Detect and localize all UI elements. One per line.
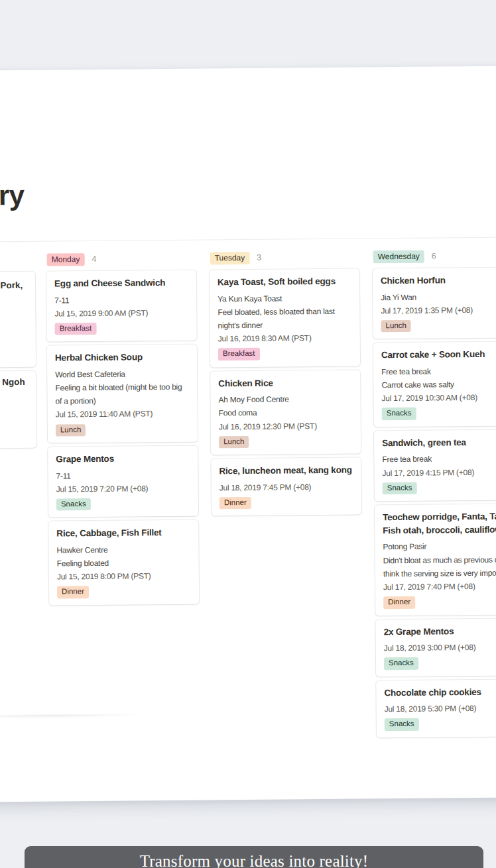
column-header-monday: Monday4 — [47, 252, 196, 266]
card-title: Fish otah, broccoli, cauliflower — [383, 523, 496, 537]
card-date: Jul 18, 2019 7:45 PM (+08) — [219, 480, 353, 494]
template-preview-page: { "page": { "title_visible_fragment": "r… — [0, 0, 496, 868]
card-title: 2x Grape Mentos — [384, 624, 496, 638]
kanban-card[interactable]: Carrot cake + Soon KuehFree tea breakCar… — [373, 342, 496, 427]
card-note: Carrot cake was salty — [381, 378, 496, 392]
card-note: Feeling bloated — [57, 556, 191, 570]
card-note: 7-11 — [54, 292, 188, 307]
kanban-card[interactable]: Chicken RiceAh Moy Food CentreFood comaJ… — [210, 370, 361, 455]
card-date: Jul 17, 2019 7:40 PM (+08) — [383, 579, 496, 594]
meal-tag-chip: Breakfast — [55, 323, 97, 335]
card-date: Jul 17, 2019 4:15 PM (+08) — [382, 465, 496, 480]
card-note: Didn't bloat as much as previous da — [383, 553, 496, 567]
card-title: Egg and Cheese Sandwich — [54, 276, 188, 290]
meal-tag-chip: Lunch — [219, 436, 249, 449]
page-title: ry — [0, 179, 25, 213]
card-title: Rice, luncheon meat, kang kong — [219, 464, 353, 478]
meal-tag-chip: Lunch — [381, 320, 412, 333]
kanban-card[interactable]: Chicken HorfunJia Yi WanJul 17, 2019 1:3… — [373, 267, 496, 339]
card-date: Jul 17, 2019 10:30 AM (+08) — [381, 391, 496, 406]
board-column-monday: Monday4Egg and Cheese Sandwich7-11Jul 15… — [46, 252, 200, 610]
meal-tag-chip: Snacks — [382, 407, 416, 420]
card-note: Free tea break — [381, 364, 496, 378]
card-note: Food coma — [219, 406, 353, 420]
kanban-card[interactable]: Egg and Cheese Sandwich7-11Jul 15, 2019 … — [46, 270, 197, 342]
card-title: Chicken Rice — [218, 376, 352, 390]
kanban-card[interactable]: 2x Grape MentosJul 18, 2019 3:00 PM (+08… — [375, 618, 496, 677]
card-date: Jul 16, 2019 8:30 AM (PST) — [218, 331, 352, 346]
kanban-card[interactable]: Herbal Chicken SoupWorld Best CafeteriaF… — [47, 345, 198, 443]
card-title: Chocolate chip cookies — [384, 685, 496, 699]
meal-tag-chip: Snacks — [385, 718, 419, 731]
kanban-card[interactable]: Grape Mentos7-11Jul 15, 2019 7:20 PM (+0… — [48, 446, 198, 517]
card-date: Jul 16, 2019 12:30 PM (PST) — [219, 419, 353, 433]
board-column-tuesday: Tuesday3Kaya Toast, Soft boiled eggsYa K… — [210, 251, 362, 520]
meal-tag-chip: Dinner — [383, 596, 415, 609]
card-date: Jul 15, 2019 7:20 PM (+08) — [56, 482, 190, 496]
card-title: Kaya Toast, Soft boiled eggs — [217, 275, 351, 289]
column-count: 3 — [257, 253, 261, 262]
card-title-fragment: l Pork, — [0, 280, 23, 290]
board-column-wednesday: Wednesday6Chicken HorfunJia Yi WanJul 17… — [373, 249, 496, 741]
meal-tag-chip: Snacks — [56, 498, 91, 511]
banner-text: Transform your ideas into reality! — [140, 852, 369, 868]
card-title: Chicken Horfun — [381, 273, 496, 287]
card-note: Ya Kun Kaya Toast — [217, 291, 351, 305]
card-note: 7-11 — [56, 468, 190, 482]
column-header-partial — [0, 254, 35, 267]
board-column-partial: l Pork,Ngoh — [0, 254, 36, 453]
column-day-tag[interactable]: Wednesday — [373, 250, 424, 263]
card-date: Jul 15, 2019 9:00 AM (PST) — [54, 305, 188, 320]
card-date: Jul 15, 2019 8:00 PM (PST) — [57, 569, 191, 584]
meal-tag-chip: Dinner — [57, 586, 89, 599]
column-header-tuesday: Tuesday3 — [210, 251, 359, 264]
column-header-wednesday: Wednesday6 — [373, 249, 496, 262]
card-title: Grape Mentos — [56, 452, 190, 466]
card-title-fragment: Ngoh — [2, 377, 25, 387]
column-day-tag[interactable]: Monday — [47, 253, 85, 266]
promo-banner[interactable]: Transform your ideas into reality! — [25, 846, 483, 868]
card-date: Jul 18, 2019 5:30 PM (+08) — [385, 702, 496, 716]
card-note: Ah Moy Food Centre — [218, 392, 352, 407]
meal-tag-chip: Lunch — [56, 424, 86, 437]
card-note: World Best Cafeteria — [55, 367, 189, 382]
card-note: Free tea break — [382, 452, 496, 466]
card-note: Potong Pasir — [383, 539, 496, 554]
card-title: Sandwich, green tea — [382, 435, 496, 449]
card-note: Feeling a bit bloated (might be too big … — [55, 380, 189, 408]
column-count: 6 — [432, 252, 436, 261]
meal-tag-chip: Dinner — [219, 497, 251, 510]
column-day-tag[interactable]: Tuesday — [210, 251, 250, 264]
kanban-card[interactable]: Chocolate chip cookiesJul 18, 2019 5:30 … — [376, 679, 496, 737]
card-note: think the serving size is very import — [383, 566, 496, 580]
kanban-card[interactable]: Kaya Toast, Soft boiled eggsYa Kun Kaya … — [210, 269, 360, 368]
card-title: Herbal Chicken Soup — [55, 351, 189, 364]
board-columns: l Pork,NgohMonday4Egg and Cheese Sandwic… — [0, 66, 493, 71]
card-title: Carrot cake + Soon Kueh — [381, 348, 496, 362]
card-note: Hawker Centre — [56, 543, 190, 557]
notion-page-card: ry l Pork,NgohMonday4Egg and Cheese Sand… — [0, 66, 496, 802]
meal-tag-chip: Snacks — [383, 482, 417, 495]
board-sheet-shadow — [0, 714, 149, 719]
column-count: 4 — [92, 254, 96, 264]
kanban-card[interactable]: Rice, Cabbage, Fish FilletHawker CentreF… — [48, 520, 199, 605]
card-note: Jia Yi Wan — [381, 290, 496, 304]
meal-tag-chip: Snacks — [384, 657, 418, 670]
meal-tag-chip: Breakfast — [218, 348, 260, 360]
card-date: Jul 17, 2019 1:35 PM (+08) — [381, 303, 496, 317]
kanban-card[interactable]: Teochew porridge, Fanta, Tau pFish otah,… — [375, 504, 496, 616]
kanban-card[interactable]: Ngoh — [0, 371, 36, 449]
kanban-card[interactable]: l Pork, — [0, 272, 36, 368]
card-title: Teochew porridge, Fanta, Tau p — [383, 510, 496, 524]
card-date: Jul 15, 2019 11:40 AM (PST) — [56, 407, 190, 421]
card-date: Jul 18, 2019 3:00 PM (+08) — [384, 641, 496, 655]
page-inner: ry l Pork,NgohMonday4Egg and Cheese Sand… — [0, 66, 496, 802]
card-title: Rice, Cabbage, Fish Fillet — [56, 526, 190, 540]
card-note: Feel bloated, less bloated than last nig… — [217, 304, 351, 332]
kanban-card[interactable]: Rice, luncheon meat, kang kongJul 18, 20… — [211, 458, 361, 516]
kanban-card[interactable]: Sandwich, green teaFree tea breakJul 17,… — [374, 429, 496, 501]
